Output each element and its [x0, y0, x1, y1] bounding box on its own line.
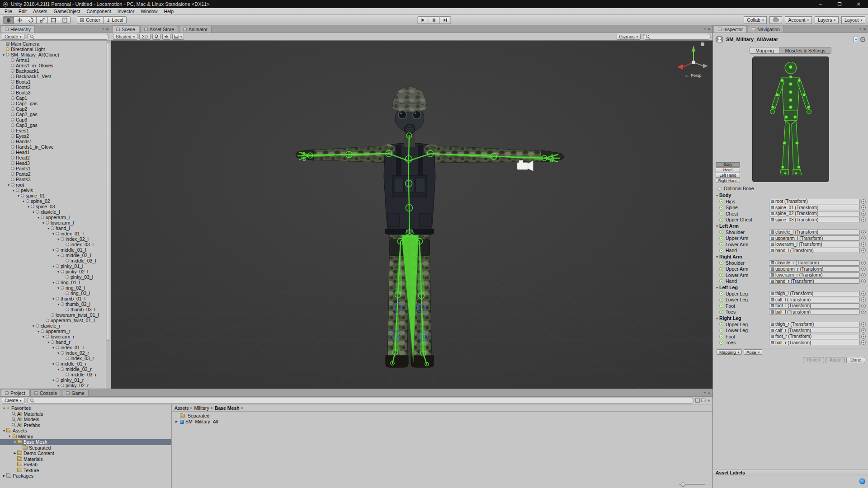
project-tree-row[interactable]: ▼Base Mesh [0, 439, 171, 445]
account-dropdown[interactable]: Account▾ [785, 16, 811, 24]
foldout-icon[interactable]: ▼ [56, 352, 61, 355]
menu-invector[interactable]: Invector [114, 9, 137, 14]
object-picker-icon[interactable] [861, 310, 866, 314]
hierarchy-row[interactable]: ▼SM_Military_All(Clone) [0, 52, 111, 57]
foldout-icon[interactable]: ▼ [56, 368, 61, 371]
foldout-icon[interactable]: ▼ [21, 200, 26, 203]
foldout-icon[interactable]: ▼ [2, 429, 6, 432]
asset-labels-header[interactable]: Asset Labels [713, 469, 868, 476]
hierarchy-search-field[interactable] [27, 34, 109, 40]
apply-button[interactable]: Apply [826, 357, 845, 363]
object-picker-icon[interactable] [861, 334, 866, 339]
hierarchy-row[interactable]: ▼spine_02 [0, 198, 111, 204]
foldout-icon[interactable]: ▼ [16, 194, 21, 197]
avatar-view-left-hand[interactable]: Left Hand [716, 173, 740, 178]
bone-object-field[interactable]: foot_l (Transform) [769, 303, 860, 309]
foldout-icon[interactable]: ▼ [36, 216, 41, 219]
object-picker-icon[interactable] [861, 340, 866, 345]
hierarchy-row[interactable]: thumb_03_l [0, 307, 111, 312]
menu-help[interactable]: Help [161, 9, 177, 14]
bone-object-field[interactable]: thigh_l (Transform) [769, 291, 860, 296]
collab-dropdown[interactable]: Collab▾ [744, 16, 767, 24]
object-picker-icon[interactable] [861, 199, 866, 204]
cloud-button[interactable] [769, 16, 782, 24]
hierarchy-row[interactable]: ▼pinky_01_l [0, 263, 111, 269]
hierarchy-row[interactable]: Backpack1 [0, 68, 111, 74]
tab-game[interactable]: Game [62, 389, 89, 396]
scene-viewport[interactable]: Persp ◅ [111, 41, 712, 389]
foldout-icon[interactable]: ▼ [1, 53, 6, 56]
done-button[interactable]: Done [846, 357, 865, 363]
foldout-icon[interactable]: ▼ [46, 227, 51, 230]
hierarchy-row[interactable]: ▼thumb_01_l [0, 296, 111, 301]
hierarchy-row[interactable]: Cap3 [0, 117, 111, 122]
avatar-view-right-hand[interactable]: Right Hand [716, 178, 740, 183]
pose-menu-dropdown[interactable]: Pose▾ [744, 349, 762, 355]
bone-section-header[interactable]: ▼Right Leg [713, 315, 868, 321]
bone-section-header[interactable]: ▼Body [713, 192, 868, 198]
hierarchy-row[interactable]: Arms1 [0, 57, 111, 63]
bone-object-field[interactable]: clavicle_l (Transform) [769, 230, 860, 235]
hierarchy-row[interactable]: ▼middle_01_l [0, 247, 111, 253]
foldout-icon[interactable]: ▼ [715, 317, 719, 320]
foldout-icon[interactable]: ▼ [56, 303, 61, 306]
object-picker-icon[interactable] [861, 230, 866, 235]
move-tool-button[interactable] [14, 16, 25, 24]
project-tree-row[interactable]: Separated [0, 445, 171, 451]
avatar-view-head[interactable]: Head [716, 167, 740, 172]
object-picker-icon[interactable] [861, 304, 866, 308]
hierarchy-row[interactable]: index_03_r [0, 356, 111, 361]
bone-object-field[interactable]: spine_02 (Transform) [769, 211, 860, 216]
hierarchy-row[interactable]: ▼upperarm_l [0, 215, 111, 220]
object-picker-icon[interactable] [861, 279, 866, 283]
hierarchy-row[interactable]: Cap1_gas [0, 101, 111, 106]
bone-object-field[interactable]: spine_01 (Transform) [769, 205, 860, 210]
bone-object-field[interactable]: root (Transform) [769, 199, 860, 204]
pivot-toggle-button[interactable]: Center [77, 16, 104, 24]
scene-search-field[interactable] [643, 34, 711, 40]
project-item-row[interactable]: ▶SM_Military_All [172, 419, 712, 425]
menu-assets[interactable]: Assets [30, 9, 51, 14]
hierarchy-row[interactable]: Boots3 [0, 90, 111, 95]
bone-object-field[interactable]: spine_03 (Transform) [769, 217, 860, 222]
hierarchy-row[interactable]: ▼hand_r [0, 339, 111, 345]
foldout-icon[interactable]: ▼ [715, 225, 719, 228]
foldout-icon[interactable]: ▼ [56, 384, 61, 387]
hand-tool-button[interactable] [3, 16, 14, 24]
hierarchy-row[interactable]: ▼middle_02_r [0, 366, 111, 372]
2d-toggle[interactable]: 2D [139, 34, 151, 40]
tab-asset-store[interactable]: Asset Store [140, 26, 178, 33]
thumbnail-size-slider[interactable] [679, 484, 705, 485]
scene-lighting-toggle[interactable] [152, 34, 160, 40]
hierarchy-row[interactable]: Head3 [0, 160, 111, 166]
object-picker-icon[interactable] [861, 267, 866, 271]
foldout-icon[interactable]: ▼ [51, 249, 56, 252]
maximize-button[interactable]: ❐ [830, 0, 849, 8]
hierarchy-row[interactable]: Cap1 [0, 95, 111, 101]
slider-knob[interactable] [681, 482, 685, 487]
bone-object-field[interactable]: calf_l (Transform) [769, 297, 860, 302]
scale-tool-button[interactable] [37, 16, 48, 24]
breadcrumb-item[interactable]: Assets [175, 405, 189, 411]
hierarchy-row[interactable]: ▼pinky_02_l [0, 269, 111, 274]
hierarchy-row[interactable]: Pants3 [0, 177, 111, 182]
layers-dropdown[interactable]: Layers▾ [815, 16, 839, 24]
hierarchy-row[interactable]: Pants1 [0, 166, 111, 171]
hierarchy-row[interactable]: Head2 [0, 155, 111, 160]
foldout-icon[interactable]: ▼ [51, 346, 56, 349]
project-tree-row[interactable]: ▼★Favorites [0, 405, 171, 411]
foldout-icon[interactable]: ▼ [56, 270, 61, 273]
hierarchy-row[interactable]: ▼index_01_l [0, 231, 111, 236]
object-picker-icon[interactable] [861, 261, 866, 265]
foldout-icon[interactable]: ▼ [41, 221, 46, 225]
hierarchy-row[interactable]: middle_03_l [0, 258, 111, 263]
foldout-icon[interactable]: ▼ [11, 189, 16, 192]
foldout-icon[interactable]: ▼ [41, 335, 46, 338]
project-tree-row[interactable]: All Models [0, 417, 171, 422]
menu-component[interactable]: Component [83, 9, 114, 14]
search-by-type-icon[interactable] [695, 398, 700, 403]
scene-search-input[interactable] [651, 34, 708, 39]
tab-project[interactable]: Project [1, 389, 29, 396]
hierarchy-row[interactable]: pinky_03_r [0, 388, 111, 389]
foldout-icon[interactable]: ▼ [51, 297, 56, 300]
